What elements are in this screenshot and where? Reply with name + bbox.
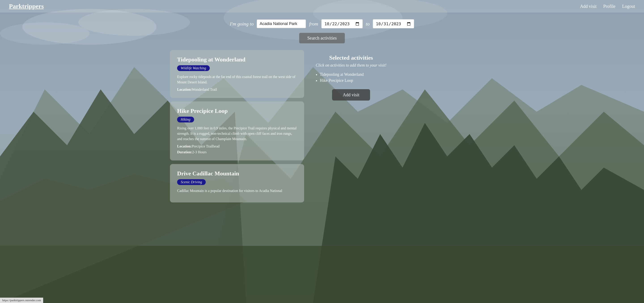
- nav-add-visit[interactable]: Add visit: [580, 4, 596, 9]
- activity-tag: Hiking: [177, 117, 194, 122]
- navbar: Parktrippers Add visit Profile Logout: [0, 0, 644, 12]
- activity-card[interactable]: Tidepooling at Wonderland Wildlife Watch…: [170, 50, 304, 98]
- nav-links: Add visit Profile Logout: [580, 4, 635, 9]
- activity-card[interactable]: Drive Cadillac Mountain Scenic Driving C…: [170, 164, 304, 202]
- status-bar: https://parktrippers.onrender.com: [0, 298, 43, 303]
- activity-card[interactable]: Hike Precipice Loop Hiking Rising over 1…: [170, 101, 304, 160]
- selected-panel: Selected activities Click on activities …: [304, 50, 398, 202]
- activity-tag: Wildlife Watching: [177, 65, 210, 71]
- add-visit-button[interactable]: Add visit: [332, 89, 370, 101]
- activity-tag: Scenic Driving: [177, 179, 206, 185]
- selected-items: Tidepooling at WonderlandHike Precipice …: [313, 72, 389, 83]
- search-bar: I'm going to from to: [0, 12, 644, 33]
- selected-item: Tidepooling at Wonderland: [320, 72, 389, 77]
- search-activities-button[interactable]: Search activities: [299, 33, 345, 43]
- nav-profile[interactable]: Profile: [603, 4, 616, 9]
- nav-logout[interactable]: Logout: [622, 4, 635, 9]
- selected-subtitle: Click on activities to add them to your …: [313, 63, 389, 68]
- from-date-input[interactable]: [321, 19, 363, 28]
- logo[interactable]: Parktrippers: [9, 3, 44, 10]
- main-content: Tidepooling at Wonderland Wildlife Watch…: [161, 48, 483, 211]
- park-input[interactable]: [257, 19, 306, 28]
- activity-desc: Explore rocky tidepools at the far end o…: [177, 74, 297, 85]
- search-prompt-label: I'm going to: [230, 21, 254, 27]
- from-label: from: [309, 21, 318, 27]
- activity-desc: Rising over 1,000 feet in 0.9 miles, the…: [177, 126, 297, 142]
- selected-title: Selected activities: [313, 54, 389, 61]
- activity-desc: Cadillac Mountain is a popular destinati…: [177, 188, 297, 194]
- activity-title: Tidepooling at Wonderland: [177, 56, 297, 63]
- activity-title: Drive Cadillac Mountain: [177, 170, 297, 177]
- to-label: to: [366, 21, 370, 27]
- activity-title: Hike Precipice Loop: [177, 108, 297, 114]
- selected-item: Hike Precipice Loop: [320, 78, 389, 83]
- to-date-input[interactable]: [373, 19, 414, 28]
- activities-list: Tidepooling at Wonderland Wildlife Watch…: [170, 50, 304, 202]
